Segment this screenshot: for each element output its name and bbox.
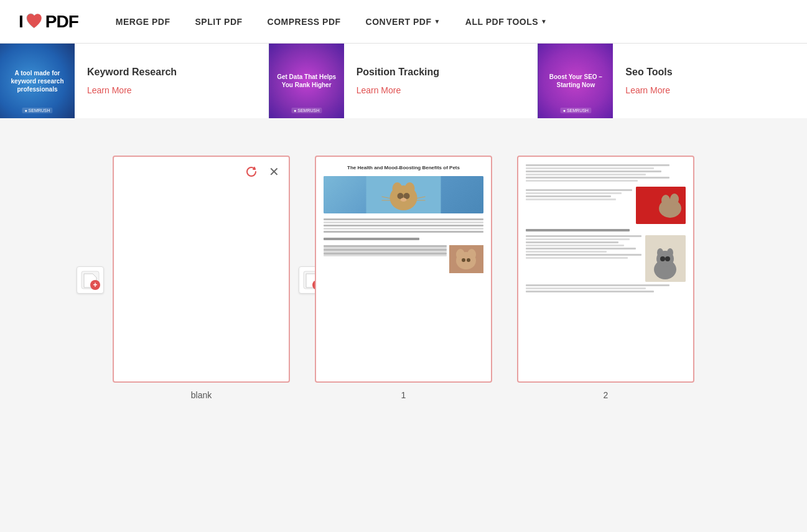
ad-learn-more-seo[interactable]: Learn More — [625, 85, 795, 95]
add-page-before-blank[interactable]: + — [77, 266, 104, 294]
page2-animal-image — [645, 235, 686, 282]
refresh-button[interactable] — [243, 163, 260, 180]
ad-item-keyword-research[interactable]: A tool made for keyword research profess… — [0, 44, 269, 118]
dog-image — [449, 245, 483, 273]
svg-point-30 — [657, 248, 663, 257]
ad-content-position: Position Tracking Learn More — [344, 44, 538, 118]
logo-text-pdf: PDF — [45, 12, 78, 32]
nav-merge-pdf[interactable]: MERGE PDF — [116, 17, 170, 27]
page2-text-mid — [526, 187, 632, 200]
page2-text-top — [526, 164, 686, 182]
svg-point-8 — [393, 182, 403, 195]
ad-title-seo: Seo Tools — [625, 67, 795, 78]
ad-title-keyword: Keyword Research — [87, 67, 256, 78]
section-heading-1 — [324, 238, 419, 240]
page1-text-block — [324, 218, 483, 233]
svg-point-9 — [405, 182, 415, 195]
page2-bottom — [526, 235, 686, 282]
page1-card[interactable]: The Health and Mood-Boosting Benefits of… — [315, 156, 492, 383]
convert-pdf-arrow-icon: ▼ — [434, 18, 440, 25]
ad-item-position-tracking[interactable]: Get Data That Helps You Rank Higher ● SE… — [269, 44, 539, 118]
ad-image-text-keyword: A tool made for keyword research profess… — [0, 64, 75, 98]
page1-doc-title: The Health and Mood-Boosting Benefits of… — [324, 164, 483, 171]
ad-content-keyword: Keyword Research Learn More — [75, 44, 269, 118]
page1-bottom-section — [324, 245, 483, 273]
page1-cat-image — [324, 176, 483, 213]
add-page-before-icon: + — [79, 269, 101, 291]
svg-point-25 — [661, 195, 670, 206]
ad-learn-more-keyword[interactable]: Learn More — [87, 85, 256, 95]
page2-text-bottom — [526, 235, 641, 282]
cat-image-bg — [324, 176, 483, 213]
nav-compress-pdf[interactable]: COMPRESS PDF — [268, 17, 341, 27]
svg-point-31 — [667, 248, 673, 257]
page2-label: 2 — [604, 390, 609, 400]
main-content: + ✕ blank + — [0, 118, 807, 429]
nav-split-pdf[interactable]: SPLIT PDF — [195, 17, 243, 27]
page1-wrapper: The Health and Mood-Boosting Benefits of… — [315, 156, 492, 404]
page2-image-area — [526, 187, 686, 224]
svg-point-33 — [665, 256, 670, 261]
blank-page-wrapper: + ✕ blank + — [113, 156, 290, 404]
page1-label: 1 — [401, 390, 406, 400]
semrush-logo-1: ● SEMRUSH — [22, 108, 52, 113]
logo-heart-icon — [24, 12, 44, 32]
svg-point-26 — [670, 194, 679, 205]
nav-all-pdf-tools[interactable]: ALL PDF TOOLS ▼ — [465, 17, 548, 27]
blank-card-controls: ✕ — [243, 163, 282, 180]
svg-point-32 — [660, 256, 665, 261]
page1-preview: The Health and Mood-Boosting Benefits of… — [316, 157, 491, 381]
blank-card-label: blank — [191, 390, 212, 400]
svg-text:+: + — [93, 281, 97, 289]
page2-preview — [518, 157, 693, 381]
ad-item-seo-tools[interactable]: Boost Your SEO – Starting Now ● SEMRUSH … — [538, 44, 807, 118]
semrush-logo-2: ● SEMRUSH — [291, 108, 322, 113]
page2-section-heading — [526, 229, 630, 231]
ad-content-seo: Seo Tools Learn More — [613, 44, 807, 118]
close-button[interactable]: ✕ — [265, 163, 282, 180]
semrush-logo-3: ● SEMRUSH — [561, 108, 591, 113]
ad-image-text-seo: Boost Your SEO – Starting Now — [538, 68, 613, 94]
ad-image-keyword: A tool made for keyword research profess… — [0, 44, 75, 118]
page2-text-extra — [526, 284, 686, 292]
ad-banner: A tool made for keyword research profess… — [0, 44, 807, 118]
ad-image-position: Get Data That Helps You Rank Higher ● SE… — [269, 44, 344, 118]
main-nav: MERGE PDF SPLIT PDF COMPRESS PDF CONVERT… — [116, 17, 548, 27]
page2-card[interactable] — [517, 156, 694, 383]
blank-page-card[interactable]: ✕ — [113, 156, 290, 383]
svg-point-12 — [401, 198, 407, 202]
ad-learn-more-position[interactable]: Learn More — [357, 85, 526, 95]
page1-text-col — [324, 245, 447, 273]
page2-wrapper: 2 — [517, 156, 694, 404]
ad-image-seo: Boost Your SEO – Starting Now ● SEMRUSH — [538, 44, 613, 118]
logo[interactable]: I PDF — [19, 12, 78, 32]
svg-point-21 — [462, 258, 465, 262]
ad-image-text-position: Get Data That Helps You Rank Higher — [269, 68, 344, 94]
all-tools-arrow-icon: ▼ — [541, 18, 547, 25]
svg-point-22 — [467, 258, 470, 262]
logo-text-i: I — [19, 12, 23, 32]
page2-red-image — [636, 187, 686, 224]
nav-convert-pdf[interactable]: CONVERT PDF ▼ — [366, 17, 441, 27]
ad-title-position: Position Tracking — [357, 67, 526, 78]
header: I PDF MERGE PDF SPLIT PDF COMPRESS PDF C… — [0, 0, 807, 44]
